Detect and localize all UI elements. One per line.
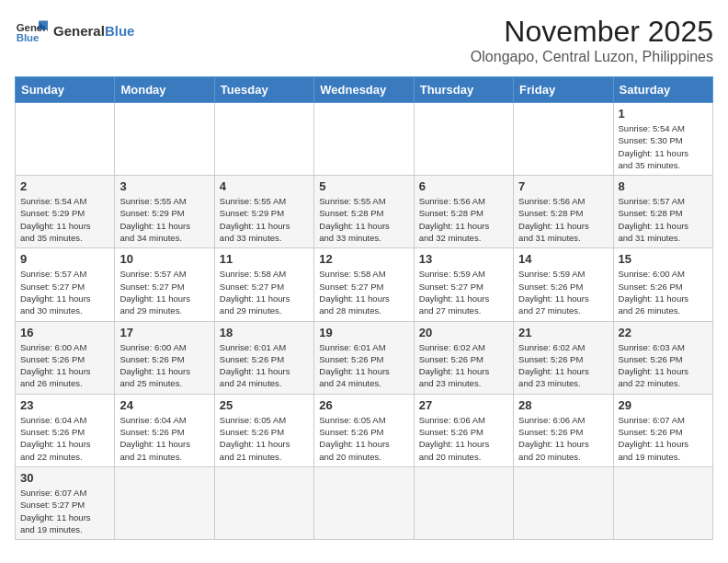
day-number: 25 [220, 398, 309, 412]
calendar-cell: 9Sunrise: 5:57 AM Sunset: 5:27 PM Daylig… [16, 248, 115, 321]
calendar-week-row: 30Sunrise: 6:07 AM Sunset: 5:27 PM Dayli… [16, 466, 713, 539]
calendar-cell [115, 103, 214, 176]
day-info: Sunrise: 5:54 AM Sunset: 5:29 PM Dayligh… [20, 195, 109, 244]
day-info: Sunrise: 5:59 AM Sunset: 5:26 PM Dayligh… [518, 268, 608, 316]
weekday-header-friday: Friday [514, 77, 613, 103]
day-info: Sunrise: 5:59 AM Sunset: 5:27 PM Dayligh… [419, 268, 508, 316]
day-number: 21 [518, 326, 608, 339]
calendar-cell: 7Sunrise: 5:56 AM Sunset: 5:28 PM Daylig… [514, 176, 613, 248]
day-number: 30 [20, 471, 109, 485]
day-info: Sunrise: 6:03 AM Sunset: 5:26 PM Dayligh… [619, 341, 708, 390]
day-info: Sunrise: 6:01 AM Sunset: 5:26 PM Dayligh… [319, 341, 408, 390]
day-number: 6 [419, 179, 508, 193]
day-number: 8 [619, 179, 708, 193]
day-number: 18 [220, 326, 309, 339]
day-info: Sunrise: 6:00 AM Sunset: 5:26 PM Dayligh… [119, 341, 209, 390]
day-number: 13 [419, 252, 508, 266]
calendar-table: SundayMondayTuesdayWednesdayThursdayFrid… [15, 76, 713, 540]
day-number: 9 [20, 252, 109, 266]
day-info: Sunrise: 5:55 AM Sunset: 5:28 PM Dayligh… [319, 195, 408, 244]
calendar-cell: 12Sunrise: 5:58 AM Sunset: 5:27 PM Dayli… [314, 248, 414, 321]
location-title: Olongapo, Central Luzon, Philippines [471, 49, 713, 65]
day-info: Sunrise: 6:00 AM Sunset: 5:26 PM Dayligh… [619, 268, 708, 316]
calendar-cell [414, 466, 513, 539]
weekday-header-tuesday: Tuesday [214, 77, 313, 103]
calendar-cell [613, 466, 712, 539]
day-number: 5 [319, 179, 408, 193]
calendar-cell: 17Sunrise: 6:00 AM Sunset: 5:26 PM Dayli… [115, 321, 214, 394]
page-header: General Blue GeneralBlue November 2025 O… [15, 15, 713, 65]
calendar-cell: 24Sunrise: 6:04 AM Sunset: 5:26 PM Dayli… [115, 394, 214, 466]
day-info: Sunrise: 5:56 AM Sunset: 5:28 PM Dayligh… [518, 195, 608, 244]
calendar-cell: 5Sunrise: 5:55 AM Sunset: 5:28 PM Daylig… [314, 176, 414, 248]
calendar-week-row: 1Sunrise: 5:54 AM Sunset: 5:30 PM Daylig… [16, 103, 713, 176]
day-info: Sunrise: 5:58 AM Sunset: 5:27 PM Dayligh… [220, 268, 309, 316]
day-info: Sunrise: 6:05 AM Sunset: 5:26 PM Dayligh… [319, 414, 408, 463]
day-number: 1 [619, 107, 708, 121]
calendar-cell [115, 466, 214, 539]
day-info: Sunrise: 5:55 AM Sunset: 5:29 PM Dayligh… [220, 195, 309, 244]
calendar-cell [314, 103, 414, 176]
day-info: Sunrise: 6:02 AM Sunset: 5:26 PM Dayligh… [419, 341, 508, 390]
calendar-week-row: 23Sunrise: 6:04 AM Sunset: 5:26 PM Dayli… [16, 394, 713, 466]
day-number: 19 [319, 326, 408, 339]
calendar-cell: 13Sunrise: 5:59 AM Sunset: 5:27 PM Dayli… [414, 248, 513, 321]
day-info: Sunrise: 6:05 AM Sunset: 5:26 PM Dayligh… [220, 414, 309, 463]
calendar-cell: 16Sunrise: 6:00 AM Sunset: 5:26 PM Dayli… [16, 321, 115, 394]
calendar-cell: 30Sunrise: 6:07 AM Sunset: 5:27 PM Dayli… [16, 466, 115, 539]
weekday-header-wednesday: Wednesday [314, 77, 414, 103]
weekday-header-sunday: Sunday [16, 77, 115, 103]
calendar-cell [414, 103, 513, 176]
day-number: 16 [20, 326, 109, 339]
day-number: 11 [220, 252, 309, 266]
calendar-cell [314, 466, 414, 539]
calendar-cell: 27Sunrise: 6:06 AM Sunset: 5:26 PM Dayli… [414, 394, 513, 466]
day-number: 23 [20, 398, 109, 412]
calendar-week-row: 2Sunrise: 5:54 AM Sunset: 5:29 PM Daylig… [16, 176, 713, 248]
day-info: Sunrise: 6:06 AM Sunset: 5:26 PM Dayligh… [419, 414, 508, 463]
calendar-cell [514, 466, 613, 539]
calendar-cell: 15Sunrise: 6:00 AM Sunset: 5:26 PM Dayli… [613, 248, 712, 321]
calendar-cell: 11Sunrise: 5:58 AM Sunset: 5:27 PM Dayli… [214, 248, 313, 321]
day-number: 7 [518, 179, 608, 193]
calendar-cell: 18Sunrise: 6:01 AM Sunset: 5:26 PM Dayli… [214, 321, 313, 394]
calendar-cell: 23Sunrise: 6:04 AM Sunset: 5:26 PM Dayli… [16, 394, 115, 466]
day-number: 10 [119, 252, 209, 266]
day-number: 24 [119, 398, 209, 412]
logo-icon: General Blue [15, 15, 48, 48]
calendar-week-row: 16Sunrise: 6:00 AM Sunset: 5:26 PM Dayli… [16, 321, 713, 394]
day-info: Sunrise: 6:04 AM Sunset: 5:26 PM Dayligh… [20, 414, 109, 463]
title-section: November 2025 Olongapo, Central Luzon, P… [471, 15, 713, 65]
logo-text: GeneralBlue [53, 24, 134, 40]
calendar-cell [16, 103, 115, 176]
day-info: Sunrise: 5:57 AM Sunset: 5:28 PM Dayligh… [619, 195, 708, 244]
calendar-cell: 29Sunrise: 6:07 AM Sunset: 5:26 PM Dayli… [613, 394, 712, 466]
day-number: 17 [119, 326, 209, 339]
day-number: 20 [419, 326, 508, 339]
day-number: 14 [518, 252, 608, 266]
day-number: 12 [319, 252, 408, 266]
month-title: November 2025 [471, 15, 713, 49]
logo: General Blue GeneralBlue [15, 15, 134, 48]
day-info: Sunrise: 6:06 AM Sunset: 5:26 PM Dayligh… [518, 414, 608, 463]
day-info: Sunrise: 5:56 AM Sunset: 5:28 PM Dayligh… [419, 195, 508, 244]
calendar-cell [214, 466, 313, 539]
day-info: Sunrise: 6:00 AM Sunset: 5:26 PM Dayligh… [20, 341, 109, 390]
calendar-cell: 19Sunrise: 6:01 AM Sunset: 5:26 PM Dayli… [314, 321, 414, 394]
day-info: Sunrise: 5:57 AM Sunset: 5:27 PM Dayligh… [20, 268, 109, 316]
calendar-cell: 2Sunrise: 5:54 AM Sunset: 5:29 PM Daylig… [16, 176, 115, 248]
day-number: 22 [619, 326, 708, 339]
calendar-cell: 20Sunrise: 6:02 AM Sunset: 5:26 PM Dayli… [414, 321, 513, 394]
weekday-header-saturday: Saturday [613, 77, 712, 103]
day-info: Sunrise: 6:04 AM Sunset: 5:26 PM Dayligh… [119, 414, 209, 463]
calendar-cell: 10Sunrise: 5:57 AM Sunset: 5:27 PM Dayli… [115, 248, 214, 321]
day-number: 27 [419, 398, 508, 412]
weekday-header-monday: Monday [115, 77, 214, 103]
day-number: 2 [20, 179, 109, 193]
calendar-cell: 8Sunrise: 5:57 AM Sunset: 5:28 PM Daylig… [613, 176, 712, 248]
calendar-week-row: 9Sunrise: 5:57 AM Sunset: 5:27 PM Daylig… [16, 248, 713, 321]
day-info: Sunrise: 5:54 AM Sunset: 5:30 PM Dayligh… [619, 122, 708, 171]
svg-text:Blue: Blue [17, 32, 40, 43]
day-info: Sunrise: 5:58 AM Sunset: 5:27 PM Dayligh… [319, 268, 408, 316]
day-info: Sunrise: 6:07 AM Sunset: 5:27 PM Dayligh… [20, 487, 109, 535]
